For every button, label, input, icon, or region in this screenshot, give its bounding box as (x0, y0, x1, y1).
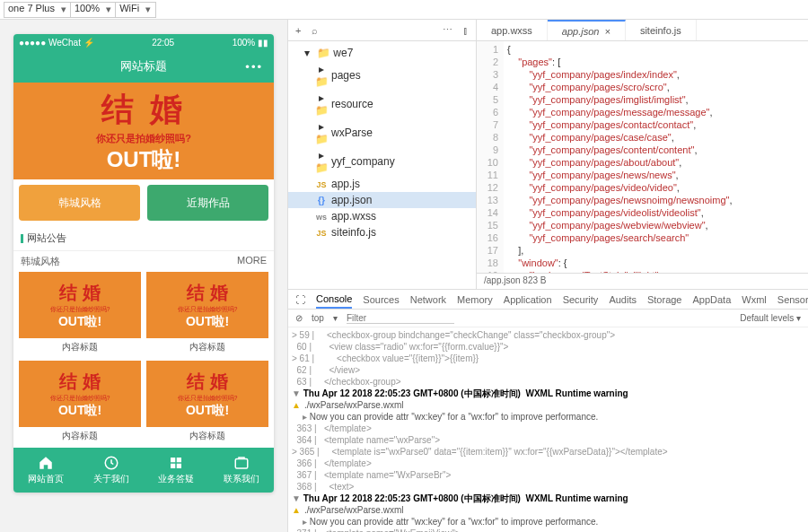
console-line: > 61 | <checkbox value="{{item}}">{{item… (292, 353, 804, 364)
banner[interactable]: 结 婚 你还只是拍婚纱照吗? OUT啦! (13, 83, 274, 179)
file-tree-item[interactable]: ▸ 📁wxParse (288, 118, 476, 147)
console-line: > 365 | <template is="wxParse0" data="{{… (292, 446, 804, 458)
panel-tab[interactable]: Storage (647, 294, 682, 305)
panel-tab[interactable]: Wxml (742, 294, 767, 305)
statusbar-left: ●●●●● WeChat ⚡ (19, 38, 94, 48)
code-editor: app.wxssapp.json ×siteinfo.js 1234567891… (477, 20, 808, 289)
tab-label: 关于我们 (93, 473, 129, 485)
devtools-pane: + ⌕ ⋯ ⫿ ▾📁 we7▸ 📁pages▸ 📁resource▸ 📁wxPa… (287, 20, 808, 532)
phone-statusbar: ●●●●● WeChat ⚡ 22:05 100% ▮▮ (13, 34, 274, 50)
console-line: > 59 | <checkbox-group bindchange="check… (292, 329, 804, 341)
banner-out: OUT啦! (107, 145, 181, 174)
panel-tab[interactable]: Audits (609, 294, 637, 305)
code-content[interactable]: { "pages": [ "yyf_company/pages/index/in… (504, 41, 736, 273)
inspect-icon[interactable]: ⛶ (295, 294, 305, 305)
search-icon[interactable]: ⌕ (312, 25, 318, 36)
editor-statusbar: /app.json 823 B (477, 273, 808, 289)
console-line: 60 | <view class="radio" wx:for="{{form.… (292, 341, 804, 353)
tab-label: 联系我们 (224, 473, 259, 485)
device-select[interactable]: one 7 Plus (4, 2, 72, 18)
panel-tab[interactable]: Application (504, 294, 552, 305)
panel-tab[interactable]: Sensor (777, 294, 808, 305)
card-caption: 内容标题 (146, 338, 268, 355)
console-line: ./wxParse/wxParse.wxml (292, 399, 804, 411)
panel-tab[interactable]: Network (410, 294, 446, 305)
console-line: 367 | <template name="WxParseBr"> (292, 469, 804, 481)
zoom-select[interactable]: 100% (70, 2, 117, 18)
console-line: 371 | <template name="WxEmojiView"> (292, 528, 804, 532)
close-icon[interactable]: × (604, 26, 610, 37)
tile-style[interactable]: 韩城风格 (19, 185, 140, 221)
filter-input[interactable] (347, 313, 454, 324)
card-caption: 内容标题 (19, 427, 141, 444)
more-icon[interactable]: ••• (245, 60, 263, 74)
more-link[interactable]: MORE (237, 255, 267, 268)
banner-sub: 你还只是拍婚纱照吗? (96, 132, 191, 145)
banner-big: 结 婚 (101, 88, 186, 132)
panel-tab[interactable]: Console (316, 290, 352, 309)
panel-tab[interactable]: Memory (457, 294, 493, 305)
console-line: 366 | </template> (292, 458, 804, 469)
file-tree-item[interactable]: ▸ 📁yyf_company (288, 147, 476, 176)
console-line: Now you can provide attr "wx:key" for a … (292, 516, 804, 528)
file-tree-item[interactable]: ▸ 📁pages (288, 61, 476, 90)
tab-label: 网站首页 (28, 473, 64, 485)
tabbar-item[interactable]: 关于我们 (79, 448, 145, 493)
statusbar-time: 22:05 (152, 38, 174, 48)
console-line: 364 | <template name="wxParse"> (292, 434, 804, 446)
content-card[interactable]: 结 婚你还只是拍婚纱照吗?OUT啦! 内容标题 (19, 361, 141, 444)
tabbar-item[interactable]: 联系我们 (209, 448, 275, 493)
console-line: 63 | </checkbox-group> (292, 376, 804, 388)
notice-label: 网站公告 (27, 232, 66, 243)
tabbar-item[interactable]: 业务答疑 (144, 448, 209, 493)
console-line: Thu Apr 12 2018 22:05:23 GMT+0800 (中国标准时… (292, 388, 804, 399)
editor-tab[interactable]: siteinfo.js (626, 20, 697, 40)
file-tree-item[interactable]: ▸ 📁resource (288, 90, 476, 118)
panel-tab[interactable]: Sources (363, 294, 399, 305)
folder-root[interactable]: ▾📁 we7 (288, 45, 476, 61)
console-line: Thu Apr 12 2018 22:05:23 GMT+0800 (中国标准时… (292, 493, 804, 504)
tile-recent[interactable]: 近期作品 (147, 185, 268, 221)
bottom-panel: ⛶ ConsoleSourcesNetworkMemoryApplication… (288, 289, 808, 532)
toggle-icon[interactable]: ⫿ (463, 25, 469, 36)
card-caption: 内容标题 (146, 427, 268, 444)
content-card[interactable]: 结 婚你还只是拍婚纱照吗?OUT啦! 内容标题 (146, 272, 268, 355)
clear-console-icon[interactable]: ⊘ (295, 313, 303, 323)
tab-label: 业务答疑 (158, 473, 194, 485)
phone-frame: ●●●●● WeChat ⚡ 22:05 100% ▮▮ 网站标题 ••• 结 … (13, 34, 274, 493)
console-toolbar: ⊘ top▾ Default levels ▾ (288, 310, 808, 327)
chevron-down-icon: ▾ (333, 313, 338, 323)
file-tree-item[interactable]: JSsiteinfo.js (288, 224, 476, 240)
page-title: 网站标题 (120, 58, 167, 74)
file-tree-item[interactable]: wsapp.wxss (288, 208, 476, 224)
editor-tab[interactable]: app.json × (548, 20, 626, 40)
content-card[interactable]: 结 婚你还只是拍婚纱照吗?OUT啦! 内容标题 (146, 361, 268, 444)
collapse-icon[interactable]: ⋯ (443, 24, 452, 36)
panel-tab[interactable]: AppData (692, 294, 731, 305)
context-select[interactable]: top (312, 313, 324, 323)
editor-tab[interactable]: app.wxss (477, 20, 548, 40)
console-line: 363 | </template> (292, 423, 804, 434)
statusbar-right: 100% ▮▮ (233, 38, 268, 48)
file-tree-item[interactable]: JSapp.js (288, 176, 476, 192)
file-tree-item[interactable]: {}app.json (288, 192, 476, 208)
add-file-icon[interactable]: + (295, 25, 301, 36)
content-card[interactable]: 结 婚你还只是拍婚纱照吗?OUT啦! 内容标题 (19, 272, 141, 355)
panel-tab[interactable]: Security (563, 294, 599, 305)
card-caption: 内容标题 (19, 338, 141, 355)
levels-select[interactable]: Default levels ▾ (740, 313, 801, 323)
console-output[interactable]: > 59 | <checkbox-group bindchange="check… (288, 327, 808, 532)
phone-navbar: 网站标题 ••• (13, 50, 274, 83)
network-select[interactable]: WiFi (115, 2, 156, 18)
list-head-left: 韩城风格 (21, 255, 60, 268)
console-line: 368 | <text> (292, 481, 804, 493)
tabbar-item[interactable]: 网站首页 (13, 448, 79, 493)
simulator-pane: ●●●●● WeChat ⚡ 22:05 100% ▮▮ 网站标题 ••• 结 … (0, 20, 287, 532)
file-explorer: + ⌕ ⋯ ⫿ ▾📁 we7▸ 📁pages▸ 📁resource▸ 📁wxPa… (288, 20, 477, 289)
list-head: 韩城风格 MORE (13, 250, 274, 272)
top-toolbar: one 7 Plus▾ 100%▾ WiFi▾ (0, 0, 808, 20)
notice-section[interactable]: 网站公告 (13, 226, 274, 250)
svg-rect-1 (235, 459, 248, 469)
console-line: Now you can provide attr "wx:key" for a … (292, 411, 804, 423)
console-line: ./wxParse/wxParse.wxml (292, 504, 804, 516)
